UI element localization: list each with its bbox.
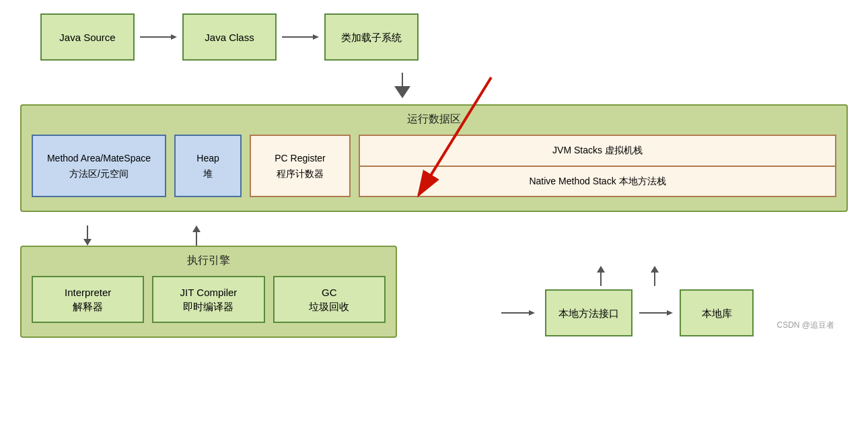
method-down-arrow	[20, 225, 155, 246]
gc-label: GC垃圾回收	[309, 285, 349, 314]
native-up-arrows	[594, 266, 661, 286]
native-row: 本地方法接口 本地库	[501, 289, 754, 336]
class-loader-label: 类加载子系统	[341, 30, 402, 44]
arrow1	[140, 31, 177, 43]
interpreter-label: Interpreter解释器	[65, 285, 111, 314]
jit-box: JIT Compiler即时编译器	[152, 276, 264, 323]
exec-to-native-arrow	[501, 307, 535, 319]
method-area-label: Method Area/MateSpace方法区/元空间	[47, 151, 151, 181]
pc-register-label: PC Register程序计数器	[275, 151, 325, 181]
svg-marker-1	[171, 34, 177, 40]
watermark: CSDN @追豆者	[776, 320, 834, 331]
svg-marker-13	[651, 266, 659, 273]
svg-marker-3	[313, 34, 319, 40]
jvm-stacks-box: JVM Stacks 虚拟机栈	[360, 136, 835, 167]
svg-marker-5	[394, 86, 410, 98]
java-source-label: Java Source	[59, 30, 115, 44]
heap-box: Heap堆	[174, 135, 242, 197]
svg-marker-7	[83, 239, 92, 246]
native-method-stack-label: Native Method Stack 本地方法栈	[529, 176, 665, 186]
runtime-label: 运行数据区	[32, 112, 836, 127]
native-library-label: 本地库	[702, 306, 732, 320]
native-library-box: 本地库	[680, 289, 754, 336]
arrow-right-svg	[140, 31, 177, 43]
svg-marker-11	[597, 266, 605, 273]
svg-marker-9	[192, 225, 201, 232]
exec-area: 执行引擎 Interpreter解释器 JIT Compiler即时编译器 GC…	[20, 246, 397, 338]
svg-marker-17	[667, 310, 673, 316]
heap-up-arrow	[163, 225, 230, 246]
java-class-label: Java Class	[205, 30, 254, 44]
arrow-right-svg2	[282, 31, 319, 43]
heap-label: Heap堆	[196, 151, 219, 181]
java-source-box: Java Source	[40, 13, 135, 61]
class-loader-box: 类加载子系统	[324, 13, 419, 61]
jvm-stacks-area: JVM Stacks 虚拟机栈 Native Method Stack 本地方法…	[359, 135, 836, 197]
native-interface-box: 本地方法接口	[545, 289, 632, 336]
connecting-arrows	[20, 225, 397, 246]
exec-label: 执行引擎	[32, 254, 386, 268]
method-area-box: Method Area/MateSpace方法区/元空间	[32, 135, 166, 197]
native-method-stack-box: Native Method Stack 本地方法栈	[360, 167, 835, 196]
jvm-stacks-label: JVM Stacks 虚拟机栈	[552, 145, 643, 155]
exec-inner: Interpreter解释器 JIT Compiler即时编译器 GC垃圾回收	[32, 276, 386, 323]
gc-box: GC垃圾回收	[273, 276, 386, 323]
top-row: Java Source Java Class 类加载子系统	[20, 13, 848, 61]
java-class-box: Java Class	[182, 13, 277, 61]
down-arrow-svg	[389, 73, 416, 98]
runtime-inner: Method Area/MateSpace方法区/元空间 Heap堆 PC Re…	[32, 135, 836, 197]
svg-marker-15	[529, 310, 535, 316]
jit-label: JIT Compiler即时编译器	[180, 285, 238, 314]
bottom-section: 执行引擎 Interpreter解释器 JIT Compiler即时编译器 GC…	[20, 225, 848, 338]
down-arrow-container	[20, 73, 848, 101]
native-interface-label: 本地方法接口	[558, 306, 619, 320]
native-to-lib-arrow	[639, 307, 673, 319]
pc-register-box: PC Register程序计数器	[250, 135, 351, 197]
exec-wrapper: 执行引擎 Interpreter解释器 JIT Compiler即时编译器 GC…	[20, 225, 397, 338]
interpreter-box: Interpreter解释器	[32, 276, 144, 323]
arrow2	[282, 31, 319, 43]
runtime-container: 运行数据区 Method Area/MateSpace方法区/元空间 Heap堆…	[20, 104, 848, 212]
